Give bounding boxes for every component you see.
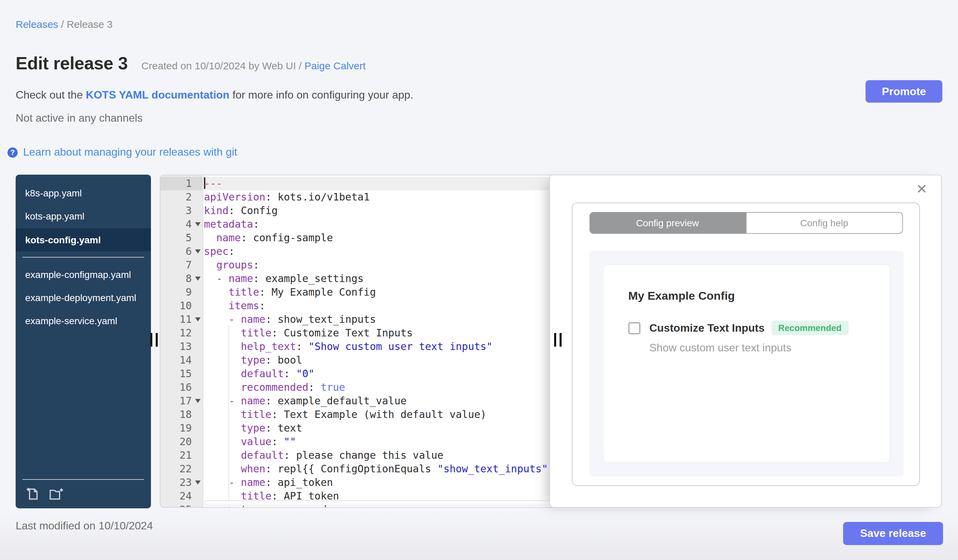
line-number: 25: [160, 503, 203, 508]
fold-arrow-icon[interactable]: [195, 481, 201, 484]
line-number: 22: [160, 462, 203, 476]
promote-button[interactable]: Promote: [866, 80, 942, 103]
code-text: default: please change this value: [203, 449, 443, 462]
sidebar-divider: [22, 257, 144, 258]
config-item-label: Customize Text Inputs: [649, 322, 764, 334]
file-item-example-service-yaml[interactable]: example-service.yaml: [16, 310, 151, 333]
line-number: 13: [160, 340, 203, 353]
line-number: 21: [160, 449, 203, 462]
code-text: kind: Config: [203, 204, 278, 217]
config-tabbar: Config previewConfig help: [590, 212, 903, 234]
file-item-example-configmap-yaml[interactable]: example-configmap.yaml: [16, 263, 151, 286]
line-number: 8: [160, 272, 203, 285]
recommended-badge: Recommended: [771, 321, 848, 335]
doc-suffix: for more info on configuring your app.: [230, 89, 413, 101]
code-text: - name: example_settings: [203, 272, 364, 285]
line-number: 10: [160, 299, 203, 313]
line-number: 17: [160, 394, 203, 408]
line-number: 9: [160, 285, 203, 299]
sidebar-actions: [16, 485, 151, 508]
sidebar-resize-handle[interactable]: [150, 333, 160, 346]
config-item-help: Show custom user text inputs: [649, 342, 865, 354]
breadcrumb-releases-link[interactable]: Releases: [16, 18, 58, 30]
created-info: Created on 10/10/2024 by Web UI / Paige …: [141, 60, 366, 71]
kots-yaml-doc-link[interactable]: KOTS YAML documentation: [86, 89, 230, 101]
code-text: when: repl{{ ConfigOptionEquals "show_te…: [203, 462, 548, 476]
file-item-k8s-app-yaml[interactable]: k8s-app.yaml: [16, 182, 151, 205]
code-text: help_text: "Show custom user text inputs…: [203, 340, 493, 353]
code-text: default: "0": [203, 367, 314, 381]
title-row: Edit release 3 Created on 10/10/2024 by …: [16, 53, 366, 74]
line-number: 11: [160, 313, 203, 326]
config-preview-panel: ✕ Config previewConfig help My Example C…: [549, 175, 942, 508]
add-folder-icon[interactable]: [48, 487, 65, 501]
fold-arrow-icon[interactable]: [195, 399, 201, 403]
config-preview-box: Config previewConfig help My Example Con…: [572, 202, 920, 486]
code-text: metadata:: [203, 217, 259, 231]
breadcrumb-current: Release 3: [67, 18, 113, 30]
file-item-kots-config-yaml[interactable]: kots-config.yaml: [16, 228, 151, 252]
line-number: 16: [160, 381, 203, 394]
sidebar-footer: [16, 479, 151, 508]
code-text: - name: api_token: [203, 476, 333, 489]
author-link[interactable]: Paige Calvert: [305, 60, 366, 71]
tab-config-help[interactable]: Config help: [745, 212, 903, 234]
config-backdrop: My Example Config Customize Text Inputs …: [590, 251, 904, 476]
close-icon[interactable]: ✕: [916, 181, 928, 197]
created-prefix: Created on 10/10/2024 by Web UI /: [141, 60, 305, 71]
config-group-title: My Example Config: [628, 289, 865, 303]
customize-text-inputs-checkbox[interactable]: [628, 322, 641, 334]
breadcrumb: Releases / Release 3: [16, 18, 113, 30]
fold-arrow-icon[interactable]: [195, 317, 201, 321]
line-number: 14: [160, 353, 203, 367]
code-text: title: Text Example (with default value): [203, 408, 487, 421]
code-text: title: API token: [203, 489, 339, 503]
fold-arrow-icon[interactable]: [195, 250, 201, 253]
git-help-link[interactable]: Learn about managing your releases with …: [23, 146, 237, 158]
file-item-kots-app-yaml[interactable]: kots-app.yaml: [16, 205, 151, 228]
line-number: 23: [160, 476, 203, 489]
fold-arrow-icon[interactable]: [195, 222, 201, 226]
config-group-card: My Example Config Customize Text Inputs …: [604, 265, 889, 462]
last-modified-text: Last modified on 10/10/2024: [16, 520, 153, 532]
documentation-note: Check out the KOTS YAML documentation fo…: [16, 89, 413, 101]
code-text: groups:: [203, 258, 259, 272]
fold-arrow-icon[interactable]: [195, 277, 201, 281]
panel-resize-handle[interactable]: [554, 333, 564, 346]
code-text: type: text: [203, 421, 302, 435]
file-sidebar: k8s-app.yamlkots-app.yamlkots-config.yam…: [16, 175, 151, 508]
line-number: 20: [160, 435, 203, 449]
code-text: name: config-sample: [203, 231, 333, 245]
code-text: type: bool: [203, 353, 302, 367]
code-text: title: My Example Config: [203, 285, 376, 299]
page-title: Edit release 3: [16, 53, 128, 74]
line-number: 18: [160, 408, 203, 421]
line-number: 19: [160, 421, 203, 435]
text-cursor: [204, 177, 205, 189]
doc-prefix: Check out the: [16, 89, 86, 101]
tab-config-preview[interactable]: Config preview: [590, 212, 745, 234]
line-number: 4: [160, 217, 203, 231]
sidebar-footer-divider: [22, 479, 144, 480]
breadcrumb-separator: /: [61, 18, 67, 30]
line-number: 15: [160, 367, 203, 381]
line-number: 6: [160, 245, 203, 258]
line-number: 5: [160, 231, 203, 245]
code-text: items:: [203, 299, 265, 313]
file-item-example-deployment-yaml[interactable]: example-deployment.yaml: [16, 286, 151, 310]
code-text: title: Customize Text Inputs: [203, 326, 413, 340]
line-number: 3: [160, 204, 203, 217]
code-text: ---: [203, 177, 222, 190]
code-text: - name: example_default_value: [203, 394, 407, 408]
code-text: apiVersion: kots.io/v1beta1: [203, 190, 370, 204]
file-list: k8s-app.yamlkots-app.yamlkots-config.yam…: [16, 182, 151, 333]
channel-status: Not active in any channels: [16, 112, 143, 124]
line-number: 12: [160, 326, 203, 340]
code-text: type: password: [203, 503, 327, 508]
line-number: 1: [160, 177, 203, 190]
question-icon: ?: [8, 147, 18, 157]
code-text: value: "": [203, 435, 296, 449]
add-file-icon[interactable]: [25, 487, 40, 501]
code-text: spec:: [203, 245, 235, 258]
save-release-button[interactable]: Save release: [843, 522, 943, 545]
